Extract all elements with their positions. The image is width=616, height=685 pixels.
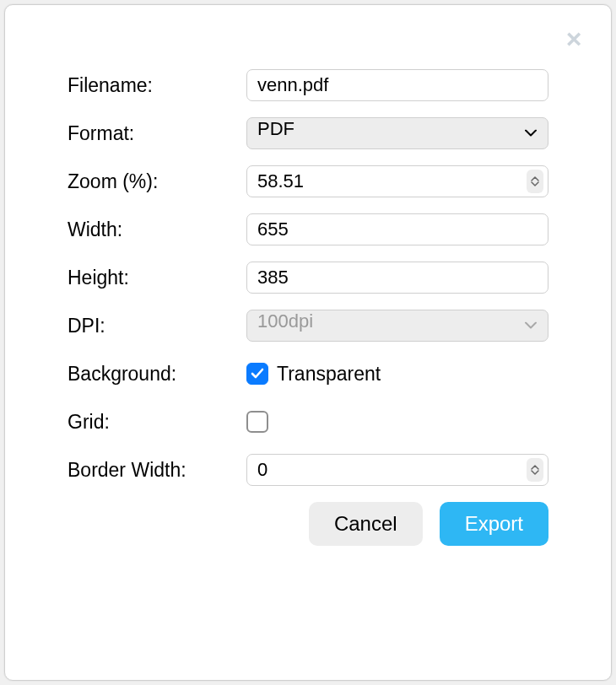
close-button[interactable]: × (562, 30, 586, 54)
chevron-down-icon (531, 470, 539, 475)
dpi-label: DPI: (68, 315, 246, 337)
format-label: Format: (68, 122, 246, 145)
cancel-button[interactable]: Cancel (309, 502, 423, 546)
grid-row: Grid: (68, 404, 548, 440)
filename-input[interactable] (246, 69, 548, 101)
filename-label: Filename: (68, 74, 246, 97)
transparent-checkbox[interactable] (246, 363, 268, 385)
background-label: Background: (68, 363, 246, 386)
height-label: Height: (68, 267, 246, 289)
export-form: Filename: Format: PDF Zoom (%): (68, 67, 548, 500)
height-row: Height: (68, 260, 548, 295)
background-row: Background: Transparent (68, 356, 548, 391)
width-input[interactable] (246, 213, 548, 245)
border-width-label: Border Width: (68, 459, 246, 482)
grid-label: Grid: (68, 411, 246, 434)
export-dialog: × Filename: Format: PDF Zoom (%): (4, 4, 612, 681)
border-width-row: Border Width: (68, 452, 548, 488)
width-row: Width: (68, 212, 548, 247)
zoom-stepper[interactable] (527, 170, 543, 193)
close-icon: × (566, 24, 582, 54)
width-label: Width: (68, 218, 246, 241)
grid-checkbox[interactable] (246, 411, 268, 433)
border-width-input[interactable] (246, 454, 548, 486)
transparent-label: Transparent (277, 363, 381, 386)
check-icon (250, 366, 265, 381)
format-row: Format: PDF (68, 116, 548, 151)
zoom-label: Zoom (%): (68, 170, 246, 193)
dpi-select[interactable]: 100dpi (246, 310, 548, 342)
height-input[interactable] (246, 262, 548, 294)
format-select[interactable]: PDF (246, 117, 548, 149)
filename-row: Filename: (68, 67, 548, 103)
border-width-stepper[interactable] (527, 458, 543, 482)
zoom-input[interactable] (246, 165, 548, 197)
zoom-row: Zoom (%): (68, 164, 548, 199)
dpi-row: DPI: 100dpi (68, 308, 548, 343)
button-bar: Cancel Export (309, 502, 548, 546)
export-button[interactable]: Export (440, 502, 548, 546)
chevron-down-icon (531, 181, 539, 186)
